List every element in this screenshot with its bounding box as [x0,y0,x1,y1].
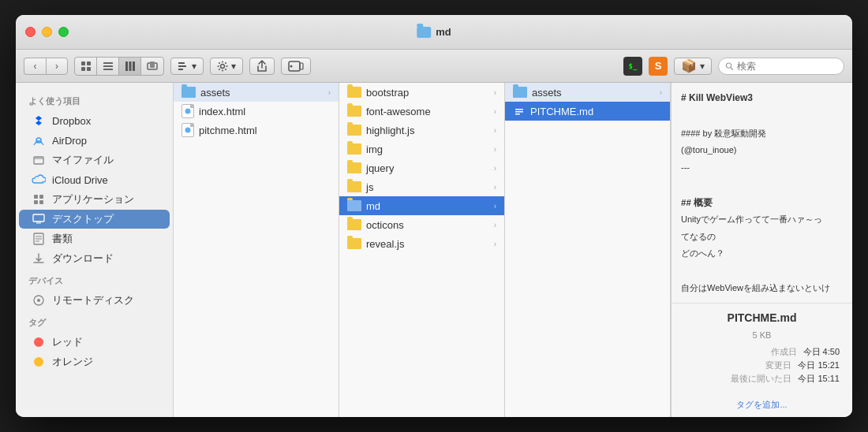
folder-icon [347,162,361,173]
dropbox-toolbar-button[interactable]: 📦 ▾ [674,58,712,75]
chevron-right-icon: › [494,145,496,154]
svg-point-42 [37,299,40,302]
list-item[interactable]: font-awesome › [339,102,504,121]
meta-label: 作成日 [771,346,797,358]
folder-icon [181,87,196,98]
chevron-right-icon: › [494,164,496,173]
cover-view-icon [147,61,158,72]
preview-meta: 作成日 今日 4:50 変更日 今日 15:21 最後に開いた日 今日 15:1… [672,343,852,396]
share-button[interactable] [249,58,275,75]
file-name: js [366,181,373,193]
svg-rect-34 [39,200,43,204]
list-item[interactable]: bootstrap › [339,83,504,102]
action-button[interactable]: ▾ [210,58,243,75]
arrange-button[interactable]: ▾ [170,58,204,75]
column-view-button[interactable] [119,58,141,75]
file-name: font-awesome [366,106,431,117]
html-icon [181,123,194,137]
downloads-icon [32,251,46,266]
svg-rect-13 [178,65,186,67]
dropbox-icon [32,114,46,128]
tag-icon [288,60,304,73]
svg-point-44 [185,128,191,133]
list-item[interactable]: reveal.js › [339,234,504,253]
list-item[interactable]: assets › [505,83,670,102]
downloads-label: ダウンロード [52,251,114,266]
gear-icon [217,61,228,72]
desktop-label: デスクトップ [52,212,114,226]
svg-rect-5 [103,65,113,67]
file-name: reveal.js [366,238,404,250]
svg-point-43 [185,109,191,114]
sidebar-item-orange-tag[interactable]: オレンジ [19,352,170,371]
meta-row: 作成日 今日 4:50 [684,346,840,358]
file-column-1: assets › index.html pitchme.html [174,83,339,417]
chevron-right-icon: › [328,88,331,97]
sidebar-item-desktop[interactable]: デスクトップ [19,210,170,229]
list-item[interactable]: octicons › [339,215,504,234]
sidebar-item-dropbox[interactable]: Dropbox [19,111,170,130]
file-column-2: bootstrap › font-awesome › highlight.js … [339,83,505,417]
sidebar: よく使う項目 Dropbox AirDrop マイファイル [16,83,174,417]
sidebar-item-apps[interactable]: アプリケーション [19,190,170,209]
svg-rect-36 [36,222,41,224]
sidebar-item-airdrop[interactable]: AirDrop [19,131,170,150]
add-tag-button[interactable]: タグを追加... [672,396,852,417]
svg-point-23 [219,69,220,70]
svg-line-28 [731,67,733,69]
sidebar-item-docs[interactable]: 書類 [19,229,170,248]
close-button[interactable] [25,27,36,37]
orange-tag-icon [32,355,46,369]
folder-icon [347,219,361,230]
tag-button[interactable] [281,58,311,75]
list-item[interactable]: jquery › [339,158,504,177]
search-input[interactable] [737,61,837,72]
cover-view-button[interactable] [141,58,163,75]
list-item[interactable]: js › [339,177,504,196]
apps-icon [32,192,46,207]
sidebar-item-myfiles[interactable]: マイファイル [19,151,170,169]
file-name: md [366,200,380,212]
back-button[interactable]: ‹ [24,58,46,75]
preview-line: (@toru_inoue) [681,143,843,158]
favorites-label: よく使う項目 [16,89,173,110]
svg-point-22 [225,62,226,64]
list-item[interactable]: PITCHME.md [505,102,670,121]
list-item[interactable]: img › [339,140,504,158]
list-item[interactable]: index.html [174,102,339,121]
chevron-right-icon: › [494,107,496,116]
sidebar-item-downloads[interactable]: ダウンロード [19,249,170,268]
preview-line: --- [681,161,843,175]
sidebar-item-icloud[interactable]: iCloud Drive [19,170,170,189]
meta-label: 変更日 [765,359,791,371]
list-item[interactable]: highlight.js › [339,121,504,140]
list-item[interactable]: md › [339,196,504,215]
sidebar-item-remote[interactable]: リモートディスク [19,291,170,310]
maximize-button[interactable] [58,27,69,37]
view-mode-buttons [74,57,164,76]
file-name: jquery [366,162,394,174]
search-box[interactable] [718,58,844,75]
sublime-button[interactable]: S [649,57,668,76]
list-item[interactable]: assets › [174,83,339,102]
folder-icon [347,181,361,192]
preview-line [681,264,843,278]
column-view-icon [125,61,136,72]
forward-button[interactable]: › [46,58,68,75]
terminal-button[interactable]: $_ [623,57,642,76]
list-item[interactable]: pitchme.html [174,121,339,140]
icloud-label: iCloud Drive [52,174,108,186]
svg-point-20 [219,62,220,64]
minimize-button[interactable] [42,27,52,37]
icon-view-button[interactable] [75,58,97,75]
md-file-icon [513,104,526,118]
sidebar-item-red-tag[interactable]: レッド [19,333,170,352]
file-name: assets [532,87,562,99]
folder-icon [347,143,361,155]
chevron-right-icon: › [660,88,662,97]
tags-label: タグ [16,311,173,332]
title-folder-icon [417,27,431,38]
chevron-right-icon: › [494,221,496,229]
list-view-button[interactable] [97,58,119,75]
preview-line: ## 概要 [681,196,843,210]
